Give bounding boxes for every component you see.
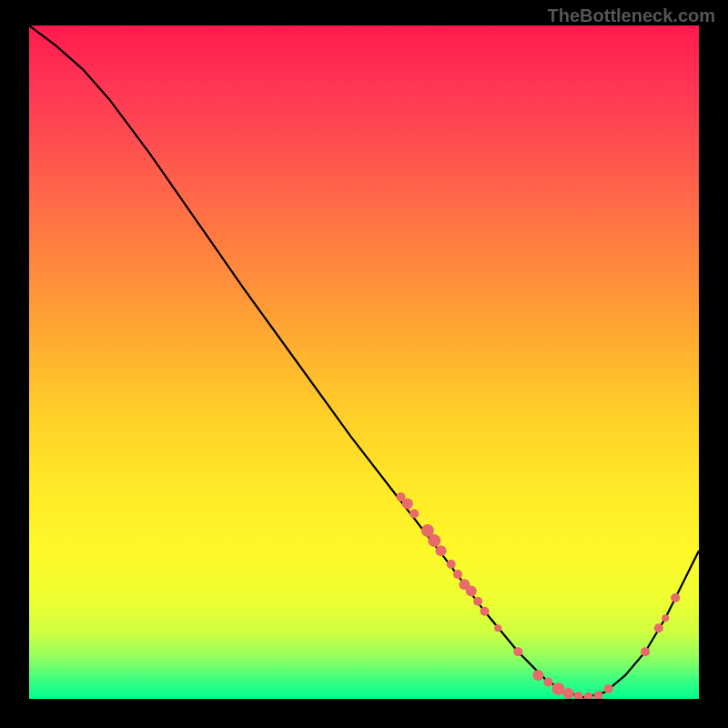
- watermark-text: TheBottleneck.com: [548, 5, 715, 26]
- data-point: [604, 684, 613, 693]
- data-point: [574, 692, 583, 699]
- data-point: [466, 586, 477, 597]
- data-point: [584, 693, 593, 699]
- data-point: [513, 647, 522, 656]
- data-point: [532, 670, 543, 681]
- data-point: [551, 682, 564, 695]
- data-point: [428, 534, 440, 547]
- data-point: [654, 623, 663, 632]
- chart-svg: [29, 25, 699, 699]
- data-point: [671, 593, 680, 602]
- data-point: [563, 688, 574, 699]
- data-point: [662, 614, 669, 622]
- data-point: [494, 624, 501, 632]
- data-point: [410, 510, 419, 519]
- data-point: [473, 597, 482, 606]
- plot-area: [29, 25, 699, 699]
- data-points-group: [397, 492, 681, 699]
- bottleneck-curve: [29, 25, 699, 698]
- data-point: [543, 678, 552, 687]
- data-point: [453, 570, 462, 579]
- data-point: [447, 560, 456, 569]
- data-point: [402, 498, 413, 509]
- data-point: [436, 545, 447, 556]
- data-point: [480, 607, 490, 616]
- data-point: [641, 647, 650, 656]
